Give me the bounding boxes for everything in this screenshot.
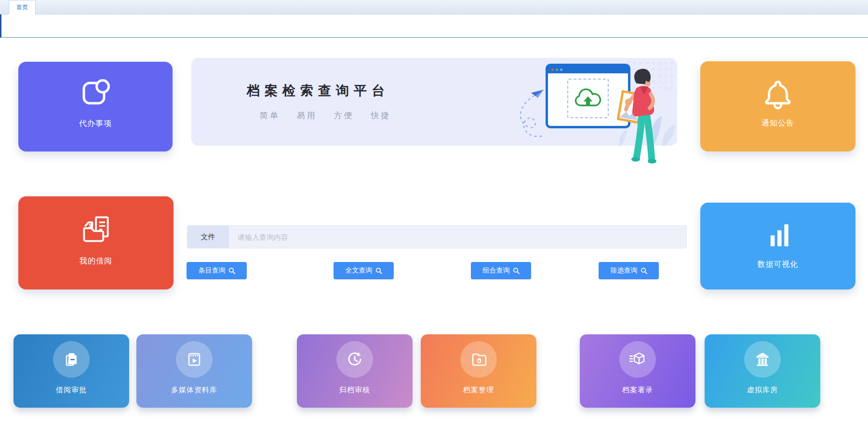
card-data-viz-label: 数据可视化: [758, 260, 799, 270]
module-icon-circle: [619, 341, 656, 378]
bar-chart-icon: [761, 216, 795, 251]
fulltext-query-label: 全文查询: [346, 266, 373, 275]
banner-subtitle: 简单 易用 方便 快捷: [260, 110, 391, 121]
module-borrow-approval-label: 借阅审批: [56, 385, 87, 395]
module-archive-arrangement[interactable]: 档案整理: [421, 334, 536, 408]
upload-dropzone-illustration: [567, 79, 609, 118]
module-borrow-approval[interactable]: 借阅审批: [13, 334, 129, 408]
module-archive-cataloging[interactable]: 档案著录: [580, 334, 695, 408]
card-todo[interactable]: 代办事项: [18, 62, 173, 151]
warehouse-icon: [753, 350, 772, 369]
combined-query-button[interactable]: 组合查询: [471, 262, 531, 279]
cloud-upload-icon: [574, 87, 602, 110]
banner: 档案检索查询平台 简单 易用 方便 快捷: [191, 58, 677, 146]
card-todo-label: 代办事项: [79, 119, 112, 129]
fulltext-query-button[interactable]: 全文查询: [334, 262, 394, 279]
module-icon-circle: [176, 341, 213, 378]
browser-dot-red: [551, 69, 554, 71]
magnifier-icon: [228, 267, 235, 274]
module-archive-cataloging-label: 档案著录: [622, 385, 653, 395]
card-notice[interactable]: 通知公告: [700, 61, 855, 151]
browser-titlebar: [548, 66, 628, 73]
browser-dot-blue: [560, 69, 562, 71]
browser-dot-green: [556, 69, 558, 71]
documents-icon: [62, 350, 80, 369]
search-input[interactable]: [229, 225, 687, 248]
module-archive-arrangement-label: 档案整理: [463, 385, 494, 395]
search-field-label: 文件: [201, 233, 215, 242]
entry-query-label: 条目查询: [199, 266, 226, 275]
archive-folder-icon: [469, 350, 488, 369]
content-frame-border: [0, 14, 868, 38]
module-icon-circle: [744, 341, 781, 378]
module-archiving-review[interactable]: 归档审核: [297, 334, 413, 408]
cube-icon: [628, 350, 647, 369]
archive-portal-page: 首页 代办事项 档案检索查询平台 简单 易用 方便 快捷: [0, 0, 868, 440]
module-multimedia-library-label: 多媒体资料库: [171, 385, 217, 395]
card-my-borrow-label: 我的借阅: [80, 256, 112, 266]
module-multimedia-library[interactable]: 多媒体资料库: [136, 334, 252, 408]
tab-home[interactable]: 首页: [9, 0, 36, 14]
card-data-viz[interactable]: 数据可视化: [700, 203, 855, 289]
magnifier-icon: [375, 267, 382, 274]
bell-icon: [760, 76, 796, 111]
person-illustration: [617, 64, 665, 165]
filter-query-button[interactable]: 筛选查询: [599, 262, 659, 279]
module-archiving-review-label: 归档审核: [339, 385, 370, 395]
magnifier-icon: [513, 267, 520, 274]
card-my-borrow[interactable]: 我的借阅: [18, 196, 174, 289]
module-icon-circle: [336, 341, 373, 378]
module-icon-circle: [53, 341, 90, 378]
combined-query-label: 组合查询: [483, 266, 510, 275]
magnifier-icon: [641, 267, 647, 274]
paper-plane-icon: [509, 85, 550, 144]
tab-bar: 首页: [0, 0, 868, 14]
card-notice-label: 通知公告: [761, 118, 794, 128]
entry-query-button[interactable]: 条目查询: [187, 262, 247, 279]
folder-document-icon: [79, 212, 113, 247]
module-virtual-warehouse[interactable]: 虚拟库房: [705, 334, 820, 408]
filter-query-label: 筛选查询: [611, 266, 638, 275]
clipboard-circle-icon: [77, 74, 114, 111]
module-icon-circle: [460, 341, 497, 378]
module-virtual-warehouse-label: 虚拟库房: [747, 385, 778, 395]
banner-title: 档案检索查询平台: [247, 82, 389, 99]
search-field-selector[interactable]: 文件: [187, 225, 229, 248]
video-icon: [185, 350, 203, 369]
tab-home-label: 首页: [16, 3, 28, 12]
history-clock-icon: [346, 350, 364, 369]
